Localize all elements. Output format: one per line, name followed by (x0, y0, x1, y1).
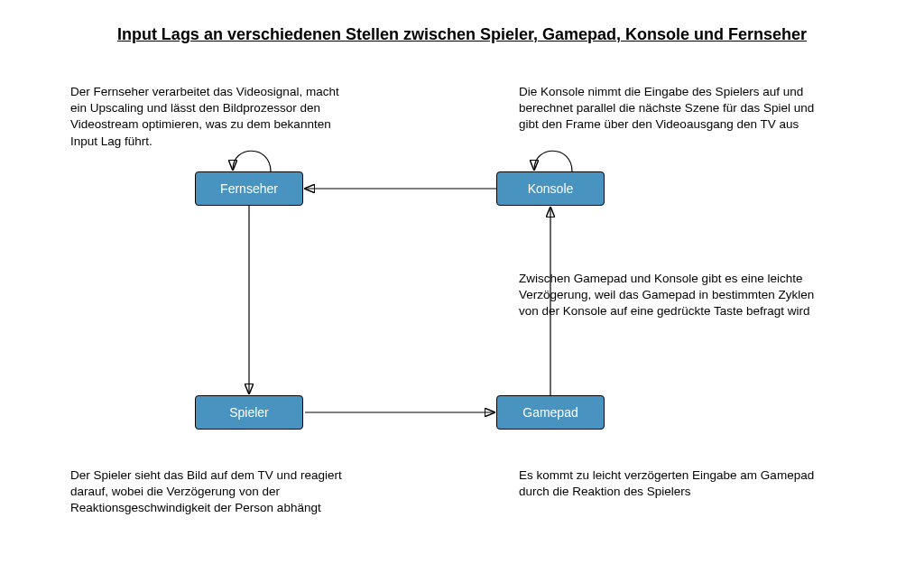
node-spieler: Spieler (195, 395, 303, 430)
node-fernseher: Fernseher (195, 171, 303, 206)
caption-fernseher: Der Fernseher verarbeitet das Videosigna… (70, 84, 350, 150)
self-loop-konsole (534, 151, 572, 171)
caption-spieler: Der Spieler sieht das Bild auf dem TV un… (70, 467, 377, 517)
caption-gamepad: Es kommt zu leicht verzögerten Eingabe a… (519, 467, 817, 500)
caption-konsole: Die Konsole nimmt die Eingabe des Spiele… (519, 84, 835, 134)
diagram-title: Input Lags an verschiedenen Stellen zwis… (0, 25, 924, 44)
caption-gamepad-konsole: Zwischen Gamepad und Konsole gibt es ein… (519, 271, 835, 320)
node-gamepad: Gamepad (496, 395, 605, 430)
node-konsole: Konsole (496, 171, 605, 206)
self-loop-fernseher (233, 151, 271, 171)
